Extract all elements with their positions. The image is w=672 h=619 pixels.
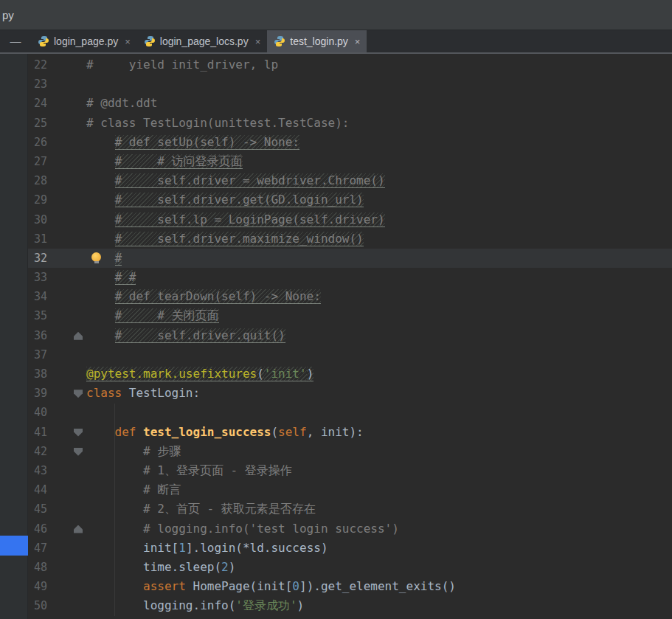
tool-window-stripe-button[interactable]: [0, 536, 28, 556]
code-line-36[interactable]: 36 # self.driver.quit(): [28, 326, 672, 345]
line-number[interactable]: 43: [28, 461, 47, 480]
line-number[interactable]: 35: [28, 306, 47, 325]
code-text: assert HomePage(init[0]).get_element_exi…: [86, 577, 456, 596]
code-line-40[interactable]: 40: [28, 403, 672, 422]
code-text: # self.driver.maximize_window(): [86, 229, 364, 249]
code-line-30[interactable]: 30 # self.lp = LoginPage(self.driver): [28, 210, 672, 229]
code-text: # 断言: [86, 480, 181, 499]
code-line-44[interactable]: 44 # 断言: [28, 480, 672, 499]
window-title-fragment: py: [2, 0, 14, 30]
code-line-33[interactable]: 33 # #: [28, 268, 672, 287]
token-comment: # self.driver = webdriver.Chrome(): [115, 173, 385, 188]
token-plain: ]).get_element_exits(): [299, 579, 456, 593]
code-line-39[interactable]: 39class TestLogin:: [28, 384, 672, 403]
line-number[interactable]: 22: [28, 55, 47, 75]
code-line-41[interactable]: 41 def test_login_success(self, init):: [28, 423, 672, 442]
token-deco: @pytest.mark.usefixtures: [86, 367, 257, 381]
line-number[interactable]: 47: [28, 539, 47, 558]
line-number[interactable]: 50: [28, 596, 47, 615]
line-number[interactable]: 23: [28, 75, 47, 94]
line-number[interactable]: 27: [28, 152, 47, 171]
line-number[interactable]: 28: [28, 171, 47, 190]
line-number[interactable]: 49: [28, 577, 47, 596]
line-number[interactable]: 39: [28, 384, 47, 403]
editor[interactable]: 22# yield init_driver, lp2324# @ddt.ddt2…: [28, 54, 672, 619]
line-number[interactable]: 29: [28, 190, 47, 210]
code-line-42[interactable]: 42 # 步骤: [28, 442, 672, 461]
code-text: # self.driver = webdriver.Chrome(): [86, 171, 385, 190]
code-line-35[interactable]: 35 # # 关闭页面: [28, 306, 672, 325]
token-plain: [86, 308, 115, 322]
code-line-29[interactable]: 29 # self.driver.get(GD.login_url): [28, 190, 672, 210]
line-number[interactable]: 25: [28, 114, 47, 133]
fold-expanded-icon[interactable]: [74, 390, 83, 398]
code-line-47[interactable]: 47 init[1].login(*ld.success): [28, 539, 672, 558]
code-line-49[interactable]: 49 assert HomePage(init[0]).get_element_…: [28, 577, 672, 596]
line-number[interactable]: 33: [28, 268, 47, 287]
fold-end-icon[interactable]: [74, 332, 83, 340]
line-number[interactable]: 41: [28, 423, 47, 442]
code-text: # # 访问登录页面: [86, 152, 243, 171]
code-line-27[interactable]: 27 # # 访问登录页面: [28, 152, 672, 171]
line-number[interactable]: 34: [28, 287, 47, 306]
tab-close-icon[interactable]: ×: [255, 36, 261, 47]
code-line-38[interactable]: 38@pytest.mark.usefixtures('init'): [28, 364, 672, 384]
code-line-45[interactable]: 45 # 2、首页 - 获取元素是否存在: [28, 499, 672, 519]
code-text: # # 关闭页面: [86, 306, 219, 325]
code-line-22[interactable]: 22# yield init_driver, lp: [28, 55, 672, 75]
code-line-46[interactable]: 46 # logging.info('test login success'): [28, 519, 672, 539]
line-number[interactable]: 38: [28, 364, 47, 384]
code-line-25[interactable]: 25# class TestLogin(unittest.TestCase):: [28, 114, 672, 133]
token-plain: [86, 289, 115, 303]
code-line-48[interactable]: 48 time.sleep(2): [28, 558, 672, 577]
token-num: 2: [221, 560, 229, 574]
indent-guide: [114, 404, 115, 616]
tab-label: test_login.py: [290, 35, 348, 47]
token-comment: # # 访问登录页面: [115, 154, 243, 169]
fold-expanded-icon[interactable]: [74, 429, 83, 437]
fold-end-icon[interactable]: [74, 525, 83, 533]
code-text: # 1、登录页面 - 登录操作: [86, 461, 292, 480]
line-number[interactable]: 45: [28, 499, 47, 519]
code-line-26[interactable]: 26 # def setUp(self) -> None:: [28, 133, 672, 152]
line-number[interactable]: 24: [28, 94, 47, 113]
line-number[interactable]: 30: [28, 210, 47, 229]
token-num: 1: [179, 541, 186, 555]
code-line-31[interactable]: 31 # self.driver.maximize_window(): [28, 229, 672, 249]
fold-expanded-icon[interactable]: [74, 448, 83, 456]
code-line-50[interactable]: 50 logging.info('登录成功'): [28, 596, 672, 615]
line-number[interactable]: 26: [28, 133, 47, 152]
tab-login_page.py[interactable]: login_page.py×: [31, 30, 137, 52]
code-line-24[interactable]: 24# @ddt.ddt: [28, 94, 672, 113]
code-line-23[interactable]: 23: [28, 75, 672, 94]
tab-close-icon[interactable]: ×: [125, 36, 131, 47]
line-number[interactable]: 44: [28, 480, 47, 499]
line-number[interactable]: 32: [28, 249, 47, 268]
code-text: init[1].login(*ld.success): [86, 539, 328, 558]
line-number[interactable]: 40: [28, 403, 47, 422]
code-line-28[interactable]: 28 # self.driver = webdriver.Chrome(): [28, 171, 672, 190]
code-line-43[interactable]: 43 # 1、登录页面 - 登录操作: [28, 461, 672, 480]
code-line-32[interactable]: 32 #: [28, 249, 672, 268]
token-comment: # class TestLogin(unittest.TestCase):: [86, 116, 349, 130]
tab-close-icon[interactable]: ×: [355, 36, 361, 47]
token-comment: # self.lp = LoginPage(self.driver): [115, 212, 385, 227]
token-comment: # def setUp(self) -> None:: [115, 135, 299, 150]
token-comment: # self.driver.quit(): [115, 328, 285, 343]
line-number[interactable]: 31: [28, 229, 47, 249]
tab-bar-minimize-icon[interactable]: —: [0, 30, 31, 52]
line-number[interactable]: 42: [28, 442, 47, 461]
code-line-37[interactable]: 37: [28, 345, 672, 364]
tab-login_page_locs.py[interactable]: login_page_locs.py×: [137, 30, 267, 52]
code-text: # self.driver.get(GD.login_url): [86, 190, 364, 210]
code-line-34[interactable]: 34 # def tearDown(self) -> None:: [28, 287, 672, 306]
tab-test_login.py[interactable]: test_login.py×: [267, 30, 367, 52]
token-plain: init[: [86, 541, 179, 555]
code-text: @pytest.mark.usefixtures('init'): [86, 364, 314, 384]
line-number[interactable]: 46: [28, 519, 47, 539]
code-text: # def setUp(self) -> None:: [86, 133, 299, 152]
code-text: # @ddt.ddt: [86, 94, 157, 113]
line-number[interactable]: 48: [28, 558, 47, 577]
line-number[interactable]: 37: [28, 345, 47, 364]
line-number[interactable]: 36: [28, 326, 47, 345]
